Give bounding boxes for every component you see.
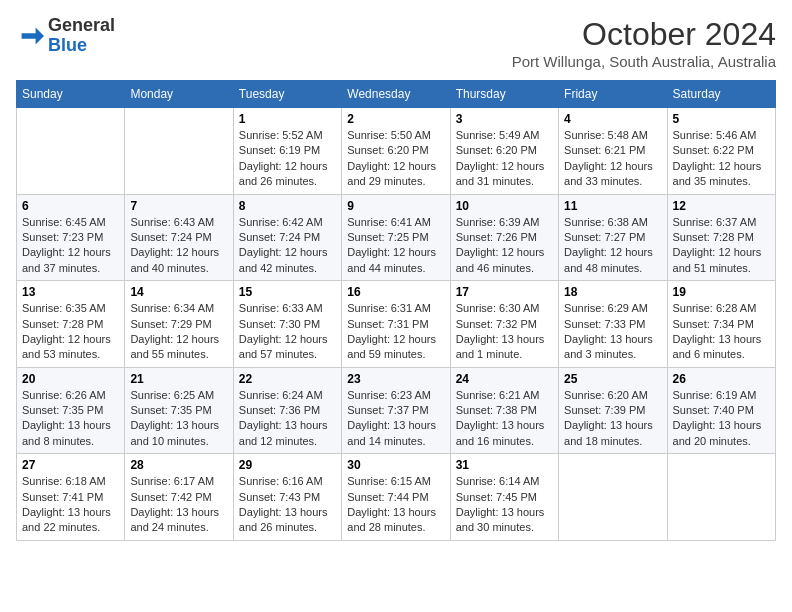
day-number: 3 <box>456 112 553 126</box>
day-info: Sunrise: 6:20 AM Sunset: 7:39 PM Dayligh… <box>564 388 661 450</box>
day-info: Sunrise: 6:38 AM Sunset: 7:27 PM Dayligh… <box>564 215 661 277</box>
calendar-cell: 6Sunrise: 6:45 AM Sunset: 7:23 PM Daylig… <box>17 194 125 281</box>
calendar-cell: 29Sunrise: 6:16 AM Sunset: 7:43 PM Dayli… <box>233 454 341 541</box>
day-number: 5 <box>673 112 770 126</box>
col-header-tuesday: Tuesday <box>233 81 341 108</box>
calendar-cell: 20Sunrise: 6:26 AM Sunset: 7:35 PM Dayli… <box>17 367 125 454</box>
calendar-cell: 12Sunrise: 6:37 AM Sunset: 7:28 PM Dayli… <box>667 194 775 281</box>
calendar-cell: 27Sunrise: 6:18 AM Sunset: 7:41 PM Dayli… <box>17 454 125 541</box>
day-info: Sunrise: 6:31 AM Sunset: 7:31 PM Dayligh… <box>347 301 444 363</box>
day-info: Sunrise: 5:52 AM Sunset: 6:19 PM Dayligh… <box>239 128 336 190</box>
day-number: 13 <box>22 285 119 299</box>
calendar-cell: 16Sunrise: 6:31 AM Sunset: 7:31 PM Dayli… <box>342 281 450 368</box>
day-number: 2 <box>347 112 444 126</box>
calendar-cell: 30Sunrise: 6:15 AM Sunset: 7:44 PM Dayli… <box>342 454 450 541</box>
calendar-cell: 3Sunrise: 5:49 AM Sunset: 6:20 PM Daylig… <box>450 108 558 195</box>
calendar-cell: 9Sunrise: 6:41 AM Sunset: 7:25 PM Daylig… <box>342 194 450 281</box>
day-number: 28 <box>130 458 227 472</box>
day-number: 11 <box>564 199 661 213</box>
day-number: 4 <box>564 112 661 126</box>
col-header-monday: Monday <box>125 81 233 108</box>
calendar-cell: 23Sunrise: 6:23 AM Sunset: 7:37 PM Dayli… <box>342 367 450 454</box>
calendar-cell <box>667 454 775 541</box>
calendar-cell: 5Sunrise: 5:46 AM Sunset: 6:22 PM Daylig… <box>667 108 775 195</box>
day-info: Sunrise: 6:18 AM Sunset: 7:41 PM Dayligh… <box>22 474 119 536</box>
day-number: 20 <box>22 372 119 386</box>
day-info: Sunrise: 6:17 AM Sunset: 7:42 PM Dayligh… <box>130 474 227 536</box>
calendar-cell: 7Sunrise: 6:43 AM Sunset: 7:24 PM Daylig… <box>125 194 233 281</box>
col-header-wednesday: Wednesday <box>342 81 450 108</box>
calendar-cell <box>559 454 667 541</box>
calendar-cell: 24Sunrise: 6:21 AM Sunset: 7:38 PM Dayli… <box>450 367 558 454</box>
day-info: Sunrise: 6:30 AM Sunset: 7:32 PM Dayligh… <box>456 301 553 363</box>
day-info: Sunrise: 6:43 AM Sunset: 7:24 PM Dayligh… <box>130 215 227 277</box>
calendar-cell <box>17 108 125 195</box>
calendar: SundayMondayTuesdayWednesdayThursdayFrid… <box>16 80 776 541</box>
day-number: 17 <box>456 285 553 299</box>
day-info: Sunrise: 6:42 AM Sunset: 7:24 PM Dayligh… <box>239 215 336 277</box>
day-number: 23 <box>347 372 444 386</box>
week-row-3: 13Sunrise: 6:35 AM Sunset: 7:28 PM Dayli… <box>17 281 776 368</box>
day-number: 31 <box>456 458 553 472</box>
day-info: Sunrise: 6:15 AM Sunset: 7:44 PM Dayligh… <box>347 474 444 536</box>
col-header-sunday: Sunday <box>17 81 125 108</box>
calendar-cell: 21Sunrise: 6:25 AM Sunset: 7:35 PM Dayli… <box>125 367 233 454</box>
day-number: 18 <box>564 285 661 299</box>
day-number: 24 <box>456 372 553 386</box>
logo-general: General <box>48 16 115 36</box>
week-row-2: 6Sunrise: 6:45 AM Sunset: 7:23 PM Daylig… <box>17 194 776 281</box>
day-number: 1 <box>239 112 336 126</box>
day-info: Sunrise: 6:26 AM Sunset: 7:35 PM Dayligh… <box>22 388 119 450</box>
day-number: 6 <box>22 199 119 213</box>
day-number: 9 <box>347 199 444 213</box>
day-number: 19 <box>673 285 770 299</box>
month-title: October 2024 <box>512 16 776 53</box>
day-info: Sunrise: 6:29 AM Sunset: 7:33 PM Dayligh… <box>564 301 661 363</box>
calendar-cell: 28Sunrise: 6:17 AM Sunset: 7:42 PM Dayli… <box>125 454 233 541</box>
col-header-friday: Friday <box>559 81 667 108</box>
day-info: Sunrise: 6:24 AM Sunset: 7:36 PM Dayligh… <box>239 388 336 450</box>
day-number: 22 <box>239 372 336 386</box>
calendar-cell: 8Sunrise: 6:42 AM Sunset: 7:24 PM Daylig… <box>233 194 341 281</box>
logo-blue: Blue <box>48 36 115 56</box>
day-number: 14 <box>130 285 227 299</box>
calendar-cell: 26Sunrise: 6:19 AM Sunset: 7:40 PM Dayli… <box>667 367 775 454</box>
calendar-cell: 14Sunrise: 6:34 AM Sunset: 7:29 PM Dayli… <box>125 281 233 368</box>
week-row-1: 1Sunrise: 5:52 AM Sunset: 6:19 PM Daylig… <box>17 108 776 195</box>
day-info: Sunrise: 5:48 AM Sunset: 6:21 PM Dayligh… <box>564 128 661 190</box>
calendar-cell: 18Sunrise: 6:29 AM Sunset: 7:33 PM Dayli… <box>559 281 667 368</box>
day-number: 21 <box>130 372 227 386</box>
day-number: 7 <box>130 199 227 213</box>
day-number: 27 <box>22 458 119 472</box>
day-info: Sunrise: 6:45 AM Sunset: 7:23 PM Dayligh… <box>22 215 119 277</box>
day-number: 12 <box>673 199 770 213</box>
day-info: Sunrise: 6:33 AM Sunset: 7:30 PM Dayligh… <box>239 301 336 363</box>
calendar-cell: 19Sunrise: 6:28 AM Sunset: 7:34 PM Dayli… <box>667 281 775 368</box>
day-number: 15 <box>239 285 336 299</box>
calendar-cell: 22Sunrise: 6:24 AM Sunset: 7:36 PM Dayli… <box>233 367 341 454</box>
header: General Blue October 2024 Port Willunga,… <box>16 16 776 70</box>
svg-marker-0 <box>22 27 44 44</box>
day-number: 25 <box>564 372 661 386</box>
day-info: Sunrise: 6:37 AM Sunset: 7:28 PM Dayligh… <box>673 215 770 277</box>
calendar-cell: 13Sunrise: 6:35 AM Sunset: 7:28 PM Dayli… <box>17 281 125 368</box>
week-row-5: 27Sunrise: 6:18 AM Sunset: 7:41 PM Dayli… <box>17 454 776 541</box>
day-info: Sunrise: 6:21 AM Sunset: 7:38 PM Dayligh… <box>456 388 553 450</box>
title-area: October 2024 Port Willunga, South Austra… <box>512 16 776 70</box>
day-info: Sunrise: 6:39 AM Sunset: 7:26 PM Dayligh… <box>456 215 553 277</box>
calendar-cell: 31Sunrise: 6:14 AM Sunset: 7:45 PM Dayli… <box>450 454 558 541</box>
logo: General Blue <box>16 16 115 56</box>
calendar-cell: 10Sunrise: 6:39 AM Sunset: 7:26 PM Dayli… <box>450 194 558 281</box>
day-info: Sunrise: 6:25 AM Sunset: 7:35 PM Dayligh… <box>130 388 227 450</box>
calendar-cell: 2Sunrise: 5:50 AM Sunset: 6:20 PM Daylig… <box>342 108 450 195</box>
day-number: 30 <box>347 458 444 472</box>
day-number: 26 <box>673 372 770 386</box>
day-info: Sunrise: 6:34 AM Sunset: 7:29 PM Dayligh… <box>130 301 227 363</box>
col-header-thursday: Thursday <box>450 81 558 108</box>
day-info: Sunrise: 5:49 AM Sunset: 6:20 PM Dayligh… <box>456 128 553 190</box>
calendar-cell: 11Sunrise: 6:38 AM Sunset: 7:27 PM Dayli… <box>559 194 667 281</box>
day-number: 29 <box>239 458 336 472</box>
day-info: Sunrise: 6:14 AM Sunset: 7:45 PM Dayligh… <box>456 474 553 536</box>
calendar-cell: 25Sunrise: 6:20 AM Sunset: 7:39 PM Dayli… <box>559 367 667 454</box>
location-title: Port Willunga, South Australia, Australi… <box>512 53 776 70</box>
